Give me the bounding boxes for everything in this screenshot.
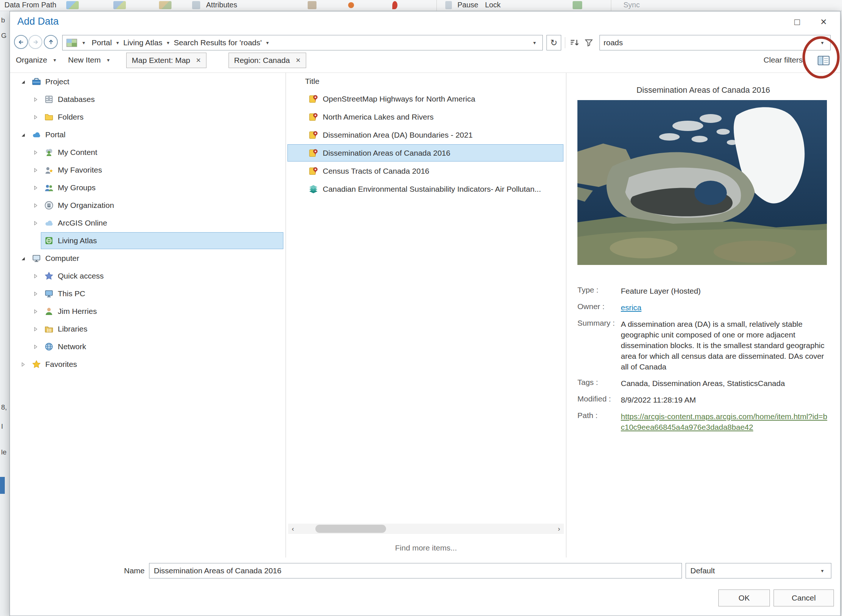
tree-item-folders[interactable]: Folders xyxy=(10,108,286,126)
scroll-left-icon[interactable]: ‹ xyxy=(288,525,298,533)
new-item-menu-button[interactable]: New Item▾ xyxy=(68,56,113,65)
tree-item-living-atlas[interactable]: Living Atlas xyxy=(10,232,286,249)
ok-button[interactable]: OK xyxy=(718,590,770,606)
address-bar[interactable]: ▾ Portal▾Living Atlas▾Search Results for… xyxy=(62,35,543,50)
tree-item-favorites[interactable]: Favorites xyxy=(10,355,286,373)
tree-item-jim-herries[interactable]: Jim Herries xyxy=(10,302,286,320)
chevron-down-icon[interactable]: ▾ xyxy=(79,40,88,45)
tree-item-quick-access[interactable]: Quick access xyxy=(10,267,286,285)
tree-item-label: Computer xyxy=(45,254,79,263)
search-dropdown-icon[interactable]: ▾ xyxy=(818,40,827,45)
expand-collapsed-icon[interactable] xyxy=(31,326,40,332)
ribbon-item-pause[interactable]: Pause xyxy=(458,1,478,9)
search-input[interactable] xyxy=(603,38,818,47)
tree-item-portal[interactable]: Portal xyxy=(10,126,286,144)
expand-collapsed-icon[interactable] xyxy=(31,97,40,103)
ribbon-item-sync[interactable]: Sync xyxy=(623,1,640,9)
tree-item-this-pc[interactable]: This PC xyxy=(10,285,286,302)
expand-collapsed-icon[interactable] xyxy=(31,185,40,191)
path-link[interactable]: https://arcgis-content.maps.arcgis.com/h… xyxy=(621,411,828,433)
expand-collapsed-icon[interactable] xyxy=(31,273,40,279)
tree-item-my-favorites[interactable]: My Favorites xyxy=(10,161,286,179)
filter-chip-map-extent-map[interactable]: Map Extent: Map× xyxy=(126,53,207,68)
chevron-down-icon[interactable]: ▾ xyxy=(263,40,271,45)
expand-collapsed-icon[interactable] xyxy=(31,308,40,315)
tree-item-project[interactable]: Project xyxy=(10,73,286,91)
scroll-right-icon[interactable]: › xyxy=(554,525,564,533)
result-item-openstreetmap-highways-for-north-america[interactable]: OpenStreetMap Highways for North America xyxy=(286,90,566,108)
up-button[interactable] xyxy=(44,35,58,49)
breadcrumb-segment-portal[interactable]: Portal xyxy=(90,38,113,47)
expand-expanded-icon[interactable] xyxy=(18,79,28,85)
tree-item-libraries[interactable]: Libraries xyxy=(10,320,286,338)
detail-field-modified: Modified :8/9/2022 11:28:19 AM xyxy=(577,395,828,405)
expand-collapsed-icon[interactable] xyxy=(31,167,40,173)
result-item-north-america-lakes-and-rivers[interactable]: North America Lakes and Rivers xyxy=(286,108,566,126)
result-item-census-tracts-of-canada-2016[interactable]: Census Tracts of Canada 2016 xyxy=(286,162,566,180)
address-dropdown-icon[interactable]: ▾ xyxy=(530,40,539,45)
expand-collapsed-icon[interactable] xyxy=(31,344,40,350)
expand-collapsed-icon[interactable] xyxy=(31,291,40,297)
this-pc-icon xyxy=(43,289,55,298)
type-select[interactable]: Default ▾ xyxy=(686,563,831,578)
details-panel-toggle-button[interactable] xyxy=(816,53,831,67)
expand-collapsed-icon[interactable] xyxy=(31,220,40,226)
back-button[interactable] xyxy=(14,35,28,49)
sort-button[interactable] xyxy=(569,37,580,48)
tree-item-computer[interactable]: Computer xyxy=(10,249,286,267)
results-panel: Title OpenStreetMap Highways for North A… xyxy=(286,73,566,557)
owner-link[interactable]: esrica xyxy=(621,302,828,313)
organize-menu-button[interactable]: Organize▾ xyxy=(16,56,59,65)
filter-chip-region-canada[interactable]: Region: Canada× xyxy=(229,53,306,68)
refresh-button[interactable]: ↻ xyxy=(547,35,561,50)
result-item-canadian-environmental-sustainability-in[interactable]: Canadian Environmental Sustainability In… xyxy=(286,180,566,198)
horizontal-scrollbar[interactable]: ‹ › xyxy=(288,524,564,534)
expand-expanded-icon[interactable] xyxy=(18,132,28,138)
clear-filters-button[interactable]: Clear filters xyxy=(764,56,802,65)
tree-item-my-groups[interactable]: My Groups xyxy=(10,179,286,197)
chevron-down-icon[interactable]: ▾ xyxy=(113,40,122,45)
detail-field-type: Type :Feature Layer (Hosted) xyxy=(577,286,828,296)
remove-filter-icon[interactable]: × xyxy=(196,56,201,65)
result-item-title: Census Tracts of Canada 2016 xyxy=(323,167,435,176)
filter-button[interactable] xyxy=(583,37,594,48)
tree-item-label: My Organization xyxy=(58,201,114,210)
results-list: OpenStreetMap Highways for North America… xyxy=(286,90,566,198)
computer-icon xyxy=(31,254,42,263)
ribbon-item-lock[interactable]: Lock xyxy=(485,1,500,9)
maximize-button[interactable]: □ xyxy=(786,14,808,30)
tree-item-my-content[interactable]: My Content xyxy=(10,144,286,161)
tree-item-databases[interactable]: Databases xyxy=(10,91,286,108)
expand-collapsed-icon[interactable] xyxy=(18,361,28,368)
scrollbar-thumb[interactable] xyxy=(315,525,386,533)
column-header-title[interactable]: Title xyxy=(286,73,566,90)
forward-button[interactable] xyxy=(28,35,42,49)
tree-item-arcgis-online[interactable]: ArcGIS Online xyxy=(10,214,286,232)
ribbon-item-attributes[interactable]: Attributes xyxy=(206,1,237,9)
detail-field-owner: Owner :esrica xyxy=(577,302,828,313)
ribbon-layer-icon xyxy=(573,1,582,9)
detail-field-label: Summary : xyxy=(577,319,621,372)
ribbon-item-data-from-path[interactable]: Data From Path xyxy=(4,1,56,9)
expand-collapsed-icon[interactable] xyxy=(31,150,40,155)
expand-expanded-icon[interactable] xyxy=(18,255,28,262)
dialog-content: ProjectDatabasesFoldersPortalMy ContentM… xyxy=(10,72,840,557)
tree-item-network[interactable]: Network xyxy=(10,338,286,355)
close-button[interactable]: × xyxy=(813,14,834,30)
tree-item-my-organization[interactable]: My Organization xyxy=(10,197,286,214)
result-item-dissemination-areas-of-canada-2016[interactable]: Dissemination Areas of Canada 2016 xyxy=(286,144,566,162)
breadcrumb-segment-search-results-for-roads[interactable]: Search Results for 'roads' xyxy=(172,38,263,47)
cancel-button[interactable]: Cancel xyxy=(773,590,834,606)
result-item-dissemination-area-da-boundaries-2021[interactable]: Dissemination Area (DA) Boundaries - 202… xyxy=(286,126,566,144)
name-input[interactable] xyxy=(149,563,682,578)
expand-collapsed-icon[interactable] xyxy=(31,202,40,209)
breadcrumb-segment-living-atlas[interactable]: Living Atlas xyxy=(122,38,164,47)
expand-collapsed-icon[interactable] xyxy=(31,114,40,120)
remove-filter-icon[interactable]: × xyxy=(296,56,301,65)
chevron-down-icon[interactable]: ▾ xyxy=(164,40,172,45)
result-item-title: Dissemination Area (DA) Boundaries - 202… xyxy=(323,131,478,139)
result-item-title: Dissemination Areas of Canada 2016 xyxy=(323,149,456,157)
app-edge-text-fragment: I xyxy=(1,422,3,431)
find-more-items-link[interactable]: Find more items... xyxy=(286,544,566,552)
detail-field-path: Path :https://arcgis-content.maps.arcgis… xyxy=(577,411,828,433)
